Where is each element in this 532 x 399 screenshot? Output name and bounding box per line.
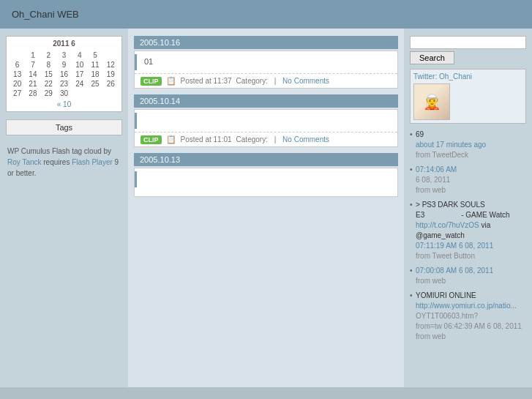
- calendar-table: 1 2 3 4 5 6 7 8 9 10 11 12 13 14: [10, 51, 119, 98]
- tweet-count: 69: [416, 130, 424, 138]
- tweet-time-2: 07:11:19 AM 6 08, 2011: [416, 242, 493, 250]
- tweet-via-4: from=tw 06:42:39 AM 6 08, 2011: [416, 322, 522, 330]
- post-number-1: 01: [144, 57, 153, 66]
- tags-button[interactable]: Tags: [6, 119, 122, 135]
- avatar: 🧝: [413, 83, 450, 120]
- flash-text-mid: requires: [42, 158, 72, 166]
- tweet-arrow-2: >: [416, 201, 422, 209]
- tweet-item-4: YOMIURI ONLINE http://www.yomiuri.co.jp/…: [410, 291, 526, 342]
- site-title: Oh_Chani WEB: [12, 9, 79, 20]
- calendar-title: 2011 6: [10, 40, 119, 48]
- flash-text-before: WP Cumulus Flash tag cloud by: [7, 147, 111, 155]
- post-comments-link-2[interactable]: No Comments: [282, 135, 329, 143]
- search-button[interactable]: Search: [410, 51, 454, 64]
- right-sidebar: Search Twitter: Oh_Chani 🧝 69 about 17 m…: [404, 29, 532, 387]
- post-category-label-2: Category:: [236, 135, 268, 143]
- post-time-2: Posted at 11:01: [181, 135, 232, 143]
- tweet-item-2: > PS3 DARK SOULS E3 - GAME Watch http://…: [410, 200, 526, 261]
- search-input[interactable]: [410, 36, 526, 49]
- post-body-inner-2: [137, 110, 151, 132]
- calendar-nav[interactable]: « 10: [10, 100, 119, 108]
- tweet-from-0: from TweetDeck: [416, 151, 468, 159]
- calendar: 2011 6 1 2 3 4 5 6 7 8 9 10 11 12: [6, 36, 122, 112]
- tweet-list: 69 about 17 minutes ago from TweetDeck 0…: [410, 130, 526, 342]
- left-sidebar: 2011 6 1 2 3 4 5 6 7 8 9 10 11 12: [0, 29, 128, 387]
- avatar-image: 🧝: [414, 84, 449, 119]
- tweet-item-1: 07:14:06 AM 6 08, 2011 from web: [410, 165, 526, 195]
- tweet-item-3: 07:00:08 AM 6 08, 2011 from web: [410, 266, 526, 286]
- tweet-link-2[interactable]: http://t.co/7huVzOS: [416, 221, 479, 229]
- main-content: 2005.10.16 01 CLIP 📋 Posted at 11:37 Cat…: [128, 29, 404, 387]
- post-date-2: 2005.10.14: [134, 94, 398, 108]
- tweet-time-1: 07:14:06 AM: [416, 165, 457, 174]
- tweet-from-1: 6 08, 2011: [416, 176, 450, 184]
- tweet-from-4: from web: [416, 332, 446, 340]
- post-category-label-1: Category:: [236, 77, 268, 85]
- post-comments-link-1[interactable]: No Comments: [282, 77, 329, 85]
- flash-tag-info: WP Cumulus Flash tag cloud by Roy Tanck …: [6, 143, 122, 182]
- post-footer-1: CLIP 📋 Posted at 11:37 Category: | No Co…: [135, 73, 397, 88]
- clip-icon-2: 📋: [166, 135, 176, 144]
- main-layout: 2011 6 1 2 3 4 5 6 7 8 9 10 11 12: [0, 29, 532, 387]
- post-block-2: 2005.10.14 CLIP 📋 Posted at 11:01 Catego…: [134, 94, 398, 147]
- page-header: Oh_Chani WEB: [0, 0, 532, 29]
- post-date-3: 2005.10.13: [134, 153, 398, 166]
- post-body-1: 01 CLIP 📋 Posted at 11:37 Category: | No…: [134, 51, 398, 89]
- tweet-from-3: from web: [416, 277, 446, 285]
- post-block-3: 2005.10.13: [134, 153, 398, 197]
- post-footer-2: CLIP 📋 Posted at 11:01 Category: | No Co…: [135, 132, 397, 146]
- post-body-inner-1: 01: [137, 51, 160, 73]
- tweet-link-4[interactable]: http://www.yomiuri.co.jp/natio...: [416, 302, 517, 310]
- search-box: Search: [410, 36, 526, 64]
- calendar-prev-link[interactable]: « 10: [57, 100, 71, 108]
- post-date-1: 2005.10.16: [134, 36, 398, 49]
- twitter-box: Twitter: Oh_Chani 🧝: [410, 69, 526, 124]
- tweet-text-4: YOMIURI ONLINE: [416, 291, 476, 299]
- post-body-3: [134, 168, 398, 197]
- twitter-link[interactable]: Twitter: Oh_Chani: [413, 72, 472, 81]
- tweet-time-0[interactable]: about 17 minutes ago: [416, 141, 486, 149]
- tweet-time-3: 07:00:08 AM 6 08, 2011: [416, 266, 493, 275]
- clip-badge-2: CLIP: [141, 135, 162, 144]
- tweet-item-0: 69 about 17 minutes ago from TweetDeck: [410, 130, 526, 160]
- tweet-link2-4: OYT1T00603.htm?: [416, 312, 478, 320]
- clip-icon-1: 📋: [166, 76, 176, 86]
- roy-tanck-link[interactable]: Roy Tanck: [7, 158, 42, 166]
- tweet-from-2: from Tweet Button: [416, 252, 475, 260]
- tweet-source-1: from web: [416, 186, 446, 194]
- tweet-text-2: PS3 DARK SOULS E3 - GAME Watch: [416, 201, 510, 219]
- clip-badge-1: CLIP: [141, 77, 162, 86]
- post-block-1: 2005.10.16 01 CLIP 📋 Posted at 11:37 Cat…: [134, 36, 398, 89]
- flash-player-link[interactable]: Flash Player: [72, 158, 113, 166]
- post-time-1: Posted at 11:37: [181, 77, 232, 85]
- post-body-2: CLIP 📋 Posted at 11:01 Category: | No Co…: [134, 109, 398, 147]
- post-body-inner-3: [137, 168, 151, 190]
